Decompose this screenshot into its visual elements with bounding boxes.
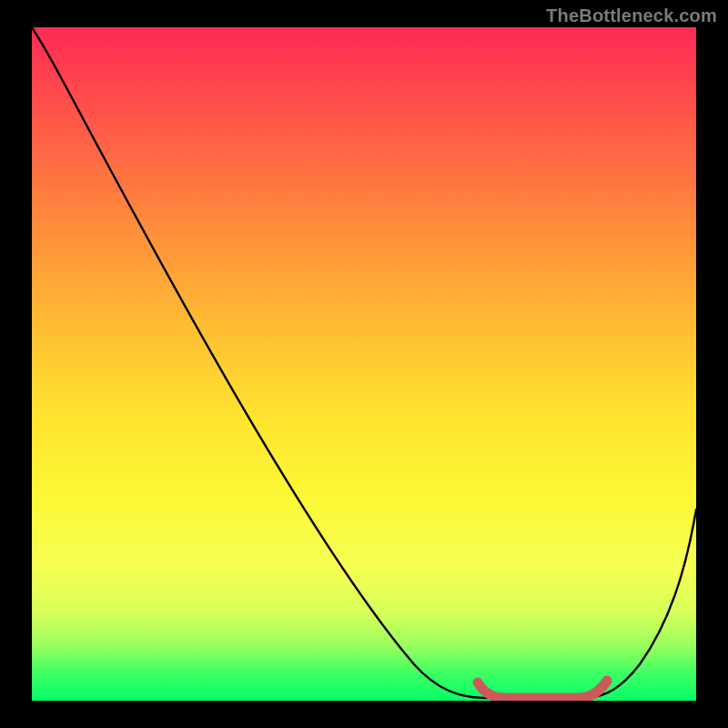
watermark-text: TheBottleneck.com [546, 5, 717, 26]
plot-area [32, 27, 696, 701]
bottleneck-curve [32, 27, 696, 698]
curve-layer [32, 27, 696, 701]
optimal-band [478, 681, 607, 698]
chart-frame: TheBottleneck.com [0, 0, 728, 728]
